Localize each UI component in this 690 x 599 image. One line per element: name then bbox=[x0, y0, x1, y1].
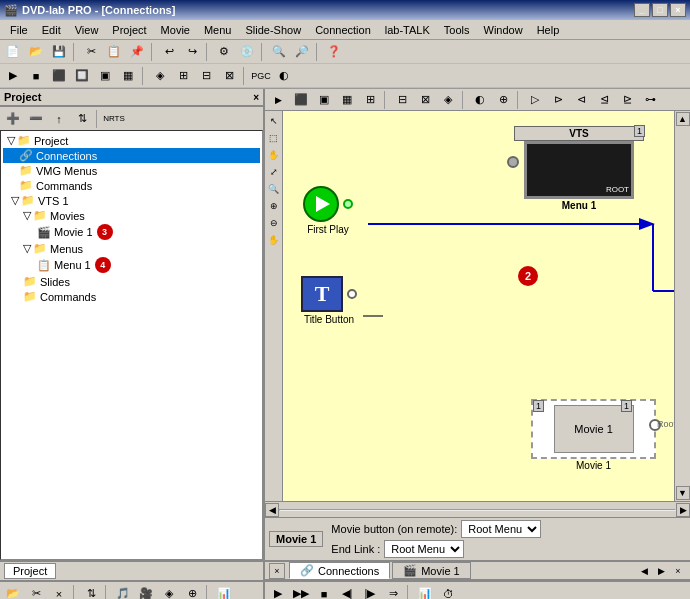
side-r3[interactable]: ✋ bbox=[266, 232, 282, 248]
menu-project[interactable]: Project bbox=[106, 23, 152, 37]
menu-labtalk[interactable]: lab-TALK bbox=[379, 23, 436, 37]
tree-tb-r1[interactable]: NRTS bbox=[103, 109, 125, 129]
node-firstplay[interactable]: First Play bbox=[303, 186, 353, 235]
tree-item-menu1[interactable]: 📋 Menu 1 4 bbox=[3, 256, 260, 274]
firstplay-icon[interactable] bbox=[303, 186, 339, 222]
tree-item-commands-vmg[interactable]: 📁 Commands bbox=[3, 178, 260, 193]
title-btn-icon[interactable]: T bbox=[301, 276, 343, 312]
tb-redo[interactable]: ↪ bbox=[181, 42, 203, 62]
tb-new[interactable]: 📄 bbox=[2, 42, 24, 62]
tb-zoomin[interactable]: 🔍 bbox=[268, 42, 290, 62]
menu-file[interactable]: File bbox=[4, 23, 34, 37]
tb-undo[interactable]: ↩ bbox=[158, 42, 180, 62]
scrollbar-down[interactable]: ▼ bbox=[676, 486, 690, 500]
tb-r2[interactable]: 🔲 bbox=[71, 66, 93, 86]
tb-r1[interactable]: ⬛ bbox=[48, 66, 70, 86]
preview-step-back[interactable]: ◀| bbox=[336, 584, 358, 600]
menu-window[interactable]: Window bbox=[478, 23, 529, 37]
ct-btn6[interactable]: ⊟ bbox=[391, 90, 413, 110]
ct-btn7[interactable]: ⊠ bbox=[414, 90, 436, 110]
side-r1[interactable]: ⊕ bbox=[266, 198, 282, 214]
tree-tb-add[interactable]: ➕ bbox=[2, 109, 24, 129]
ct-btn4[interactable]: ▦ bbox=[336, 90, 358, 110]
end-link-select[interactable]: Root Menu bbox=[384, 540, 464, 558]
tb-r9[interactable]: ◐ bbox=[273, 66, 295, 86]
tree-item-vmgmenus[interactable]: 📁 VMG Menus bbox=[3, 163, 260, 178]
node-movie1-canvas[interactable]: Movie 1 1 1 Root Movie 1 bbox=[531, 399, 656, 471]
ct-btn3[interactable]: ▣ bbox=[313, 90, 335, 110]
menu-edit[interactable]: Edit bbox=[36, 23, 67, 37]
preview-stop[interactable]: ■ bbox=[313, 584, 335, 600]
hscroll-track[interactable] bbox=[279, 509, 676, 511]
tb-save[interactable]: 💾 bbox=[48, 42, 70, 62]
ct-btn1[interactable]: ▶ bbox=[267, 90, 289, 110]
node-menu1[interactable]: VTS ROOT Menu 1 1 bbox=[514, 126, 644, 211]
tb-zoomout[interactable]: 🔎 bbox=[291, 42, 313, 62]
ct-btn8[interactable]: ◈ bbox=[437, 90, 459, 110]
ct-btn14[interactable]: ⊴ bbox=[593, 90, 615, 110]
assets-tb9[interactable]: 📊 bbox=[213, 584, 235, 600]
tb-copy[interactable]: 📋 bbox=[103, 42, 125, 62]
tree-expand-vts1[interactable]: ▽ bbox=[11, 194, 19, 207]
tree-expand-project[interactable]: ▽ bbox=[7, 134, 15, 147]
side-arrow[interactable]: ↖ bbox=[266, 113, 282, 129]
tree-item-movie1[interactable]: 🎬 Movie 1 3 bbox=[3, 223, 260, 241]
assets-tb1[interactable]: 📂 bbox=[2, 584, 24, 600]
preview-stats[interactable]: 📊 bbox=[414, 584, 436, 600]
close-button[interactable]: × bbox=[670, 3, 686, 17]
tree-tb-up[interactable]: ↑ bbox=[48, 109, 70, 129]
tree-item-menus[interactable]: ▽ 📁 Menus bbox=[3, 241, 260, 256]
side-select[interactable]: ⬚ bbox=[266, 130, 282, 146]
tab-connections[interactable]: 🔗 Connections bbox=[289, 562, 390, 579]
scrollbar-track[interactable] bbox=[675, 127, 690, 485]
tb-burn[interactable]: 💿 bbox=[236, 42, 258, 62]
tb-stop[interactable]: ■ bbox=[25, 66, 47, 86]
preview-step-fwd[interactable]: |▶ bbox=[359, 584, 381, 600]
ct-btn16[interactable]: ⊶ bbox=[639, 90, 661, 110]
side-zoom[interactable]: 🔍 bbox=[266, 181, 282, 197]
assets-tb8[interactable]: ⊕ bbox=[181, 584, 203, 600]
assets-tb5[interactable]: 🎵 bbox=[112, 584, 134, 600]
menu-slideshow[interactable]: Slide-Show bbox=[239, 23, 307, 37]
ct-btn9[interactable]: ◐ bbox=[469, 90, 491, 110]
tab-close-btn[interactable]: × bbox=[269, 563, 285, 579]
ct-btn11[interactable]: ▷ bbox=[524, 90, 546, 110]
ct-btn2[interactable]: ⬛ bbox=[290, 90, 312, 110]
menu1-left-connector[interactable] bbox=[507, 156, 519, 168]
side-connect[interactable]: ⤢ bbox=[266, 164, 282, 180]
assets-tb3[interactable]: × bbox=[48, 584, 70, 600]
tab-movie1[interactable]: 🎬 Movie 1 bbox=[392, 562, 471, 579]
tab-nav-close[interactable]: × bbox=[670, 563, 686, 579]
canvas-right-scrollbar[interactable]: ▲ ▼ bbox=[674, 111, 690, 501]
title-btn-connector[interactable] bbox=[347, 289, 357, 299]
ct-btn12[interactable]: ⊳ bbox=[547, 90, 569, 110]
tb-r6[interactable]: ⊞ bbox=[172, 66, 194, 86]
tree-item-movies[interactable]: ▽ 📁 Movies bbox=[3, 208, 260, 223]
tb-r3[interactable]: ▣ bbox=[94, 66, 116, 86]
preview-play[interactable]: ▶ bbox=[267, 584, 289, 600]
tb-preview[interactable]: ▶ bbox=[2, 66, 24, 86]
hscroll-left[interactable]: ◀ bbox=[265, 503, 279, 517]
tree-item-slides[interactable]: 📁 Slides bbox=[3, 274, 260, 289]
tab-nav-next[interactable]: ▶ bbox=[653, 563, 669, 579]
assets-tb4[interactable]: ⇅ bbox=[80, 584, 102, 600]
preview-fwd[interactable]: ▶▶ bbox=[290, 584, 312, 600]
tree-item-connections[interactable]: 🔗 Connections bbox=[3, 148, 260, 163]
tree-tb-sort[interactable]: ⇅ bbox=[71, 109, 93, 129]
ct-btn10[interactable]: ⊕ bbox=[492, 90, 514, 110]
tb-r5[interactable]: ◈ bbox=[149, 66, 171, 86]
tree-item-vts1[interactable]: ▽ 📁 VTS 1 bbox=[3, 193, 260, 208]
menu-movie[interactable]: Movie bbox=[155, 23, 196, 37]
tb-r7[interactable]: ⊟ bbox=[195, 66, 217, 86]
tb-pgc[interactable]: PGC bbox=[250, 66, 272, 86]
side-hand[interactable]: ✋ bbox=[266, 147, 282, 163]
canvas-hscrollbar[interactable]: ◀ ▶ bbox=[265, 501, 690, 517]
panel-close-btn[interactable]: × bbox=[253, 92, 259, 103]
tb-r8[interactable]: ⊠ bbox=[218, 66, 240, 86]
assets-tb2[interactable]: ✂ bbox=[25, 584, 47, 600]
menu-menu[interactable]: Menu bbox=[198, 23, 238, 37]
ct-btn5[interactable]: ⊞ bbox=[359, 90, 381, 110]
tree-expand-movies[interactable]: ▽ bbox=[23, 209, 31, 222]
tb-r4[interactable]: ▦ bbox=[117, 66, 139, 86]
tab-nav-prev[interactable]: ◀ bbox=[636, 563, 652, 579]
